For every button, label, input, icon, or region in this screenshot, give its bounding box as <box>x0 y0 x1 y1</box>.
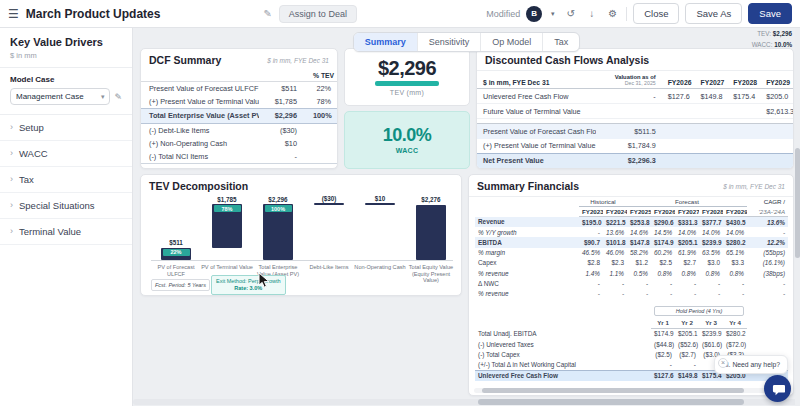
window-vertical-scrollbar[interactable] <box>795 28 800 406</box>
chevron-down-icon[interactable]: ▾ <box>548 6 557 21</box>
tab-sensitivity[interactable]: Sensitivity <box>417 33 481 51</box>
row-cagr: - <box>747 227 788 237</box>
tab-summary[interactable]: Summary <box>354 33 417 51</box>
row-value: - <box>651 288 675 298</box>
tev-decomposition-panel: TEV Decomposition 22%$511PV of Forecast … <box>140 174 462 296</box>
chevron-right-icon: › <box>10 227 13 236</box>
model-case-select[interactable]: Management Case ▾ <box>10 88 110 105</box>
row-pct <box>305 150 338 164</box>
financials-row-capex: Capex$2.8$2.3$1.2$2.5$2.7$3.0$3.3(16.1%) <box>475 258 788 268</box>
chat-tooltip-text: Hi. Need any help? <box>722 361 780 368</box>
row-value: $3.3 <box>723 258 747 268</box>
dcf-summary-units: $ in mm, FYE Dec 31 <box>267 57 329 64</box>
row-value: $253.8 <box>627 217 651 228</box>
row-cagr: 13.6% <box>747 217 788 228</box>
hold-year-header: Yr 3 <box>699 318 723 329</box>
chat-icon <box>771 382 785 396</box>
row-value: ($30) <box>259 123 305 137</box>
assign-to-deal-button[interactable]: Assign to Deal <box>279 5 357 23</box>
row-pct <box>305 123 338 137</box>
row-value: $127.6 <box>662 89 695 104</box>
row-value: $331.3 <box>675 217 699 228</box>
bar-axis-label: Debt-Like Items <box>303 264 355 271</box>
row-value: - <box>579 278 603 288</box>
tab-tax[interactable]: Tax <box>542 33 579 51</box>
row-pct <box>305 137 338 150</box>
row-label: % margin <box>475 248 579 258</box>
waterfall-bar-total-enterprise-value-asset-pv: 100% <box>263 204 293 260</box>
dcf-analysis-row: Future Value of Terminal Value$2,613.3 <box>477 104 793 119</box>
tab-op-model[interactable]: Op Model <box>480 33 542 51</box>
units-header: $ in mm, FYE Dec 31 <box>477 73 596 89</box>
sidebar-item-terminal-value[interactable]: ›Terminal Value <box>0 219 132 245</box>
close-button[interactable]: Close <box>633 3 679 24</box>
row-pct <box>305 164 338 169</box>
history-icon[interactable]: ↺ <box>563 6 578 21</box>
row-label: (+) Present Value of Terminal Value <box>477 139 596 154</box>
edit-title-icon[interactable]: ✎ <box>263 8 271 19</box>
scrollbar-thumb[interactable] <box>795 148 800 258</box>
settings-icon[interactable]: ⚙ <box>605 6 620 21</box>
row-value: ($44.8) <box>651 339 675 349</box>
row-value: 60.2% <box>651 248 675 258</box>
year-column-header: FY2027 <box>675 207 699 217</box>
chat-tooltip-dismiss-button[interactable]: × <box>718 358 728 368</box>
row-pct: 22% <box>305 82 338 96</box>
dcf-summary-header-row: % TEV <box>141 71 338 82</box>
row-filler <box>662 124 793 139</box>
sidebar-item-setup[interactable]: ›Setup <box>0 115 132 141</box>
dcf-summary-row: Present Value of Forecast ULFCF$51122% <box>141 82 338 96</box>
row-label: Present Value of Forecast Cash Flows <box>477 124 596 139</box>
tab-group: SummarySensitivityOp ModelTax <box>353 32 581 52</box>
sidebar-item-special-situations[interactable]: ›Special Situations <box>0 193 132 219</box>
year-column-header: FY2029 <box>723 207 747 217</box>
download-icon[interactable]: ↓ <box>584 6 599 21</box>
waterfall-bar-debt-like-items <box>314 203 344 205</box>
menu-icon[interactable]: ☰ <box>8 7 19 21</box>
year-column-header: FY2026 <box>662 73 695 89</box>
scrollbar-thumb[interactable] <box>478 399 744 405</box>
main-horizontal-scrollbar[interactable] <box>133 399 800 405</box>
wacc-metric-label: WACC <box>396 147 419 154</box>
row-label: (+/-) Total Δ in Net Working Capital <box>475 359 651 370</box>
edit-case-icon[interactable]: ✎ <box>114 92 122 102</box>
row-value: $239.9 <box>699 237 723 247</box>
row-value: $280.2 <box>723 237 747 247</box>
hold-period-header: Hold Period (4 Yrs) <box>654 306 744 316</box>
row-label: Future Value of Terminal Value <box>477 104 596 119</box>
tev-metric-value: $2,296 <box>378 58 436 78</box>
year-column-header: FY2026 <box>651 207 675 217</box>
dcf-summary-row: Total Enterprise Value (Asset PV)$2,2961… <box>141 109 338 123</box>
sidebar-item-label: WACC <box>19 148 48 159</box>
scrollbar-thumb[interactable] <box>482 388 744 393</box>
row-value: $2,296 <box>259 109 305 123</box>
avatar[interactable]: B <box>526 6 542 22</box>
cagr-header-line1: CAGR / <box>747 197 788 207</box>
row-value: $1.2 <box>627 258 651 268</box>
row-value: $2.5 <box>651 258 675 268</box>
chat-launcher-button[interactable] <box>764 375 791 402</box>
sidebar-title: Key Value Drivers <box>10 36 122 48</box>
dcf-analysis-pv-row: Present Value of Forecast Cash Flows$511… <box>477 124 793 139</box>
save-button[interactable]: Save <box>748 3 792 24</box>
column-spacer <box>259 71 305 82</box>
column-spacer <box>747 339 788 349</box>
financials-horizontal-scrollbar[interactable] <box>474 388 788 393</box>
row-label: % Y/Y growth <box>475 227 579 237</box>
row-value: $377.7 <box>699 217 723 228</box>
row-value: $511 <box>259 82 305 96</box>
hold-period-header-cell: Hold Period (4 Yrs) <box>651 305 747 318</box>
top-header: ☰ March Product Updates ✎ Assign to Deal… <box>0 0 800 28</box>
row-label: Δ NWC <box>475 278 579 288</box>
sidebar-item-wacc[interactable]: ›WACC <box>0 141 132 167</box>
exit-method-annotation: Exit Method: Perp. Growth Rate: 3.0% <box>211 275 286 295</box>
row-value: - <box>723 278 747 288</box>
row-cagr: (38bps) <box>747 268 788 278</box>
sidebar-item-tax[interactable]: ›Tax <box>0 167 132 193</box>
row-value: $195.0 <box>579 217 603 228</box>
row-value: - <box>675 288 699 298</box>
row-cagr: - <box>747 288 788 298</box>
row-value <box>662 104 695 119</box>
save-as-button[interactable]: Save As <box>685 3 742 24</box>
dcf-summary-table: % TEV Present Value of Forecast ULFCF$51… <box>141 71 338 169</box>
